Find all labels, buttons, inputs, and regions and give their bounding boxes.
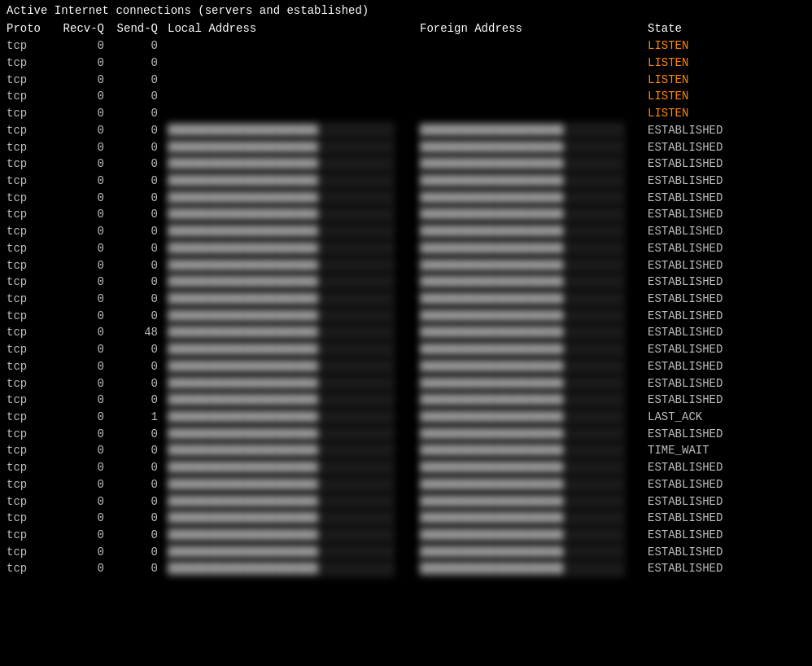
- col-local: ██████████████████████: [168, 442, 420, 459]
- col-proto: tcp: [7, 173, 46, 190]
- table-row: tcp 0 0 LISTEN: [7, 88, 805, 105]
- table-row: tcp 0 0 ██████████████████████ █████████…: [7, 240, 805, 257]
- col-sendq: 0: [111, 122, 168, 139]
- header-state: State: [648, 21, 805, 37]
- col-local: [168, 55, 420, 72]
- col-foreign: █████████████████████: [420, 476, 648, 493]
- col-foreign: █████████████████████: [420, 274, 648, 291]
- col-sendq: 0: [111, 493, 168, 510]
- col-sendq: 0: [111, 72, 168, 89]
- col-foreign: █████████████████████: [420, 510, 648, 527]
- col-recvq: 0: [46, 88, 111, 105]
- col-recvq: 0: [46, 274, 111, 291]
- table-row: tcp 0 48 ██████████████████████ ████████…: [7, 324, 805, 341]
- col-state: ESTABLISHED: [648, 139, 805, 156]
- col-local: ██████████████████████: [168, 510, 420, 527]
- col-sendq: 0: [111, 206, 168, 223]
- col-state: LISTEN: [648, 105, 805, 122]
- col-local: ██████████████████████: [168, 527, 420, 544]
- col-recvq: 0: [46, 72, 111, 89]
- col-sendq: 0: [111, 274, 168, 291]
- header-foreign: Foreign Address: [420, 21, 648, 37]
- table-row: tcp 0 0 ██████████████████████ █████████…: [7, 493, 805, 510]
- col-sendq: 0: [111, 442, 168, 459]
- col-sendq: 0: [111, 190, 168, 207]
- col-proto: tcp: [7, 510, 46, 527]
- col-proto: tcp: [7, 190, 46, 207]
- col-sendq: 0: [111, 426, 168, 443]
- col-state: ESTABLISHED: [648, 392, 805, 409]
- col-local: ██████████████████████: [168, 190, 420, 207]
- col-local: ██████████████████████: [168, 240, 420, 257]
- col-proto: tcp: [7, 274, 46, 291]
- table-row: tcp 0 0 ██████████████████████ █████████…: [7, 560, 805, 577]
- col-sendq: 0: [111, 257, 168, 274]
- col-proto: tcp: [7, 240, 46, 257]
- col-state: ESTABLISHED: [648, 223, 805, 240]
- col-proto: tcp: [7, 291, 46, 308]
- table-row: tcp 0 1 ██████████████████████ █████████…: [7, 409, 805, 426]
- col-foreign: [420, 37, 648, 55]
- col-recvq: 0: [46, 544, 111, 561]
- terminal-title: Active Internet connections (servers and…: [7, 3, 805, 20]
- col-state: ESTABLISHED: [648, 240, 805, 257]
- col-foreign: █████████████████████: [420, 257, 648, 274]
- col-foreign: █████████████████████: [420, 392, 648, 409]
- col-proto: tcp: [7, 105, 46, 122]
- col-foreign: █████████████████████: [420, 341, 648, 358]
- col-recvq: 0: [46, 173, 111, 190]
- col-proto: tcp: [7, 122, 46, 139]
- table-row: tcp 0 0 ██████████████████████ █████████…: [7, 122, 805, 139]
- col-local: ██████████████████████: [168, 173, 420, 190]
- col-sendq: 0: [111, 459, 168, 476]
- col-local: ██████████████████████: [168, 274, 420, 291]
- col-recvq: 0: [46, 409, 111, 426]
- table-row: tcp 0 0 ██████████████████████ █████████…: [7, 291, 805, 308]
- table-row: tcp 0 0 ██████████████████████ █████████…: [7, 156, 805, 173]
- col-sendq: 1: [111, 409, 168, 426]
- col-foreign: █████████████████████: [420, 122, 648, 139]
- col-sendq: 0: [111, 291, 168, 308]
- col-local: ██████████████████████: [168, 156, 420, 173]
- col-proto: tcp: [7, 527, 46, 544]
- table-row: tcp 0 0 ██████████████████████ █████████…: [7, 341, 805, 358]
- col-local: ██████████████████████: [168, 476, 420, 493]
- col-foreign: █████████████████████: [420, 442, 648, 459]
- col-recvq: 0: [46, 240, 111, 257]
- col-proto: tcp: [7, 426, 46, 443]
- col-sendq: 0: [111, 341, 168, 358]
- col-proto: tcp: [7, 358, 46, 375]
- header-sendq: Send-Q: [111, 21, 168, 37]
- col-proto: tcp: [7, 257, 46, 274]
- col-recvq: 0: [46, 375, 111, 392]
- col-recvq: 0: [46, 442, 111, 459]
- col-proto: tcp: [7, 493, 46, 510]
- col-foreign: [420, 55, 648, 72]
- col-proto: tcp: [7, 560, 46, 577]
- col-state: LISTEN: [648, 88, 805, 105]
- col-foreign: █████████████████████: [420, 190, 648, 207]
- col-local: ██████████████████████: [168, 426, 420, 443]
- col-state: ESTABLISHED: [648, 257, 805, 274]
- header-recvq: Recv-Q: [46, 21, 111, 37]
- col-local: ██████████████████████: [168, 257, 420, 274]
- col-proto: tcp: [7, 223, 46, 240]
- table-row: tcp 0 0 ██████████████████████ █████████…: [7, 190, 805, 207]
- table-row: tcp 0 0 ██████████████████████ █████████…: [7, 206, 805, 223]
- col-sendq: 0: [111, 527, 168, 544]
- col-foreign: █████████████████████: [420, 139, 648, 156]
- col-local: [168, 37, 420, 55]
- col-recvq: 0: [46, 493, 111, 510]
- table-row: tcp 0 0 ██████████████████████ █████████…: [7, 510, 805, 527]
- col-recvq: 0: [46, 308, 111, 325]
- col-proto: tcp: [7, 392, 46, 409]
- col-sendq: 0: [111, 358, 168, 375]
- col-proto: tcp: [7, 544, 46, 561]
- connections-table: tcp 0 0 LISTEN tcp 0 0 LISTEN tcp 0 0 LI…: [7, 37, 805, 577]
- col-sendq: 0: [111, 223, 168, 240]
- col-local: ██████████████████████: [168, 206, 420, 223]
- col-state: ESTABLISHED: [648, 156, 805, 173]
- col-sendq: 0: [111, 510, 168, 527]
- col-foreign: █████████████████████: [420, 358, 648, 375]
- col-state: LISTEN: [648, 37, 805, 55]
